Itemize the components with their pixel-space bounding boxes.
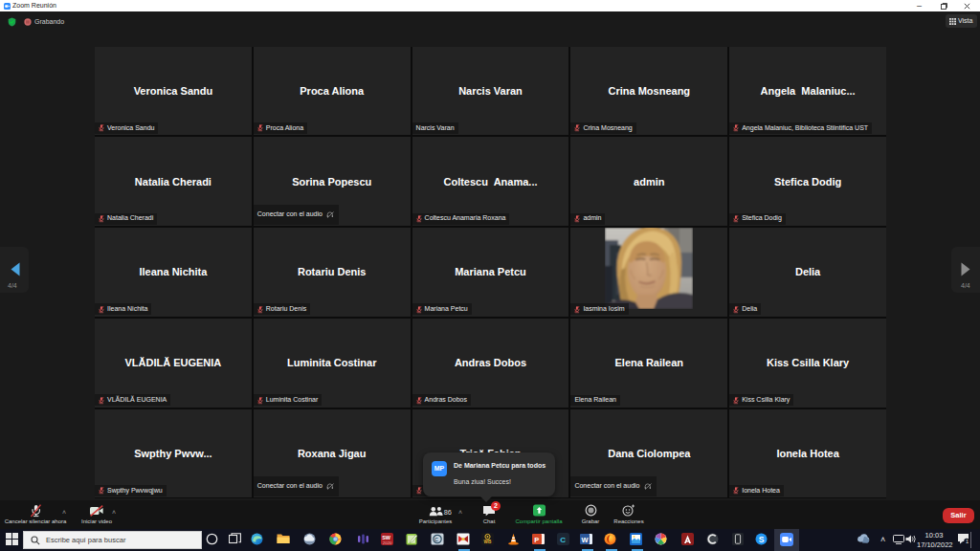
svg-text:C: C	[560, 536, 566, 544]
svg-text:P: P	[534, 536, 539, 544]
svg-text:S: S	[759, 535, 765, 544]
svg-text:1: 1	[966, 539, 969, 544]
svg-text:WB: WB	[484, 540, 492, 544]
svg-text:86: 86	[444, 507, 452, 516]
svg-text:C: C	[434, 537, 438, 542]
svg-text:W: W	[581, 536, 589, 544]
svg-text:2020: 2020	[383, 540, 392, 545]
